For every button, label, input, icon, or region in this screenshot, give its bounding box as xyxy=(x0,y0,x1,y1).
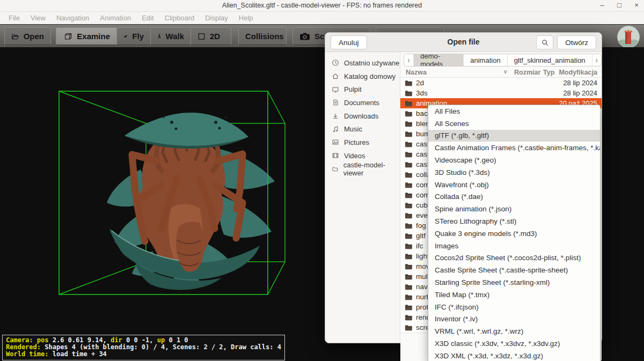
filter-option[interactable]: Images xyxy=(428,240,600,252)
menu-clipboard[interactable]: Clipboard xyxy=(159,14,200,22)
sidebar-item-katalog-domowy[interactable]: Katalog domowy xyxy=(325,70,400,83)
filter-option[interactable]: Wavefront (*.obj) xyxy=(428,179,600,191)
filter-option[interactable]: All Scenes xyxy=(428,117,600,130)
document-icon xyxy=(332,99,339,106)
castle-model-viewer-logo-icon xyxy=(617,26,640,48)
open-confirm-button[interactable]: Otwórz xyxy=(557,35,596,49)
table-row[interactable]: 2d28 lip 2024 xyxy=(400,78,602,88)
filter-option[interactable]: Videoscape (*.geo) xyxy=(428,154,600,166)
2d-button[interactable]: 2D xyxy=(191,27,231,45)
menu-help[interactable]: Help xyxy=(233,14,259,22)
folder-solid-icon xyxy=(405,121,412,127)
filter-option[interactable]: VRML (*.wrl, *.wrl.gz, *.wrz) xyxy=(428,325,600,337)
desktop-icon xyxy=(332,86,339,93)
folder-solid-icon xyxy=(405,110,412,117)
filter-option[interactable]: STereo Lithography (*.stl) xyxy=(428,215,600,227)
filter-option[interactable]: X3D classic (*.x3dv, *.x3dvz, *.x3dv.gz) xyxy=(428,337,600,350)
folder-solid-icon xyxy=(405,233,412,239)
bird-icon xyxy=(123,32,128,41)
search-button[interactable] xyxy=(536,35,553,49)
menu-edit[interactable]: Edit xyxy=(136,14,159,22)
folder-solid-icon xyxy=(405,243,412,249)
menu-navigation[interactable]: Navigation xyxy=(51,14,94,22)
sidebar-item-videos[interactable]: Videos xyxy=(325,149,400,163)
folder-solid-icon xyxy=(405,182,412,188)
window-title: Alien_Scolitex.gltf - castle-model-viewe… xyxy=(0,2,644,9)
filter-option[interactable]: Cocos2d Sprite Sheet (*.cocos2d-plist, *… xyxy=(428,252,600,264)
examine-button[interactable]: Examine xyxy=(56,27,117,45)
column-headers: Nazwa ∨ Rozmiar Typ Modyfikacja xyxy=(400,68,602,78)
folder-solid-icon xyxy=(405,141,412,148)
folder-icon xyxy=(332,165,339,173)
folder-solid-icon xyxy=(405,314,412,321)
folder-open-icon xyxy=(11,32,19,41)
menubar: FileViewNavigationAnimationEditClipboard… xyxy=(0,12,644,24)
folder-solid-icon xyxy=(405,284,412,290)
fly-button[interactable]: Fly xyxy=(117,27,151,45)
column-size[interactable]: Rozmiar xyxy=(514,69,540,76)
folder-solid-icon xyxy=(405,223,412,229)
filter-option[interactable]: Castle Sprite Sheet (*.castle-sprite-she… xyxy=(428,264,600,276)
breadcrumb-item[interactable]: animation xyxy=(463,54,507,66)
sidebar-item-pulpit[interactable]: Pulpit xyxy=(325,83,400,96)
folder-solid-icon xyxy=(405,325,412,331)
menu-view[interactable]: View xyxy=(25,14,51,22)
folder-solid-icon xyxy=(405,253,412,260)
home-icon xyxy=(332,72,339,80)
filter-option[interactable]: Castle Animation Frames (*.castle-anim-f… xyxy=(428,142,600,154)
sidebar-item-pictures[interactable]: Pictures xyxy=(325,136,400,149)
column-type[interactable]: Typ xyxy=(543,69,554,76)
menu-animation[interactable]: Animation xyxy=(94,14,136,22)
filter-option[interactable]: All Files xyxy=(428,105,600,117)
folder-solid-icon xyxy=(405,131,412,137)
breadcrumb-item[interactable]: demo-models xyxy=(413,54,463,66)
file-name: ifc xyxy=(416,242,423,250)
maximize-icon[interactable]: □ xyxy=(615,1,624,9)
column-name[interactable]: Nazwa xyxy=(406,69,427,76)
file-name: gltf xyxy=(416,232,426,240)
folder-solid-icon xyxy=(405,161,412,168)
filter-option[interactable]: Inventor (*.iv) xyxy=(428,313,600,326)
close-icon[interactable]: × xyxy=(632,1,641,9)
film-icon xyxy=(332,152,339,159)
sidebar-item-castle-model-viewer[interactable]: castle-model-viewer xyxy=(325,163,400,176)
folder-solid-icon xyxy=(405,304,412,311)
folder-solid-icon xyxy=(405,172,412,178)
filter-option[interactable]: glTF (*.glb, *.gltf) xyxy=(428,130,600,142)
sidebar-item-documents[interactable]: Documents xyxy=(325,96,400,109)
column-modified[interactable]: Modyfikacja xyxy=(559,69,597,76)
sidebar-item-ostatnio-u-ywane[interactable]: Ostatnio używane xyxy=(325,56,400,70)
dialog-sidebar: Ostatnio używaneKatalog domowyPulpitDocu… xyxy=(325,52,400,343)
menu-file[interactable]: File xyxy=(3,14,25,22)
dialog-header: Anuluj Open file Otwórz xyxy=(325,33,602,52)
breadcrumb-forward-icon[interactable]: › xyxy=(592,54,601,66)
breadcrumb-item[interactable]: gltf_skinned_animation xyxy=(507,54,592,66)
filter-option[interactable]: Quake 3 engine models (*.md3) xyxy=(428,227,600,240)
file-modified-date: 28 lip 2024 xyxy=(563,79,597,87)
menu-display[interactable]: Display xyxy=(200,14,233,22)
minimize-icon[interactable]: – xyxy=(598,1,606,9)
file-name: 2d xyxy=(416,79,424,87)
file-type-filter-menu: All FilesAll ScenesglTF (*.glb, *.gltf)C… xyxy=(428,105,601,361)
sidebar-item-music[interactable]: Music xyxy=(325,122,400,136)
filter-option[interactable]: Collada (*.dae) xyxy=(428,191,600,203)
folder-solid-icon xyxy=(405,100,412,107)
breadcrumb-back-icon[interactable]: ‹ xyxy=(404,54,413,66)
cube-icon xyxy=(63,32,72,41)
sidebar-item-downloads[interactable]: Downloads xyxy=(325,109,400,123)
filter-option[interactable]: 3D Studio (*.3ds) xyxy=(428,166,600,179)
filter-option[interactable]: Starling Sprite Sheet (*.starling-xml) xyxy=(428,276,600,289)
alien-model-scene xyxy=(0,47,325,361)
walk-button[interactable]: Walk xyxy=(151,27,191,45)
folder-solid-icon xyxy=(405,274,412,280)
file-name: fog xyxy=(416,222,426,230)
open-button[interactable]: Open xyxy=(4,27,51,45)
collisions-button[interactable]: Collisions xyxy=(238,27,287,45)
filter-option[interactable]: Spine animation (*.json) xyxy=(428,203,600,215)
filter-option[interactable]: X3D XML (*.x3d, *.x3dz, *.x3d.gz) xyxy=(428,350,600,361)
titlebar: Alien_Scolitex.gltf - castle-model-viewe… xyxy=(0,0,644,12)
filter-option[interactable]: Tiled Map (*.tmx) xyxy=(428,289,600,301)
table-row[interactable]: 3ds28 lip 2024 xyxy=(400,88,602,98)
square-2d-icon xyxy=(197,32,206,41)
filter-option[interactable]: IFC (*.ifcjson) xyxy=(428,301,600,313)
